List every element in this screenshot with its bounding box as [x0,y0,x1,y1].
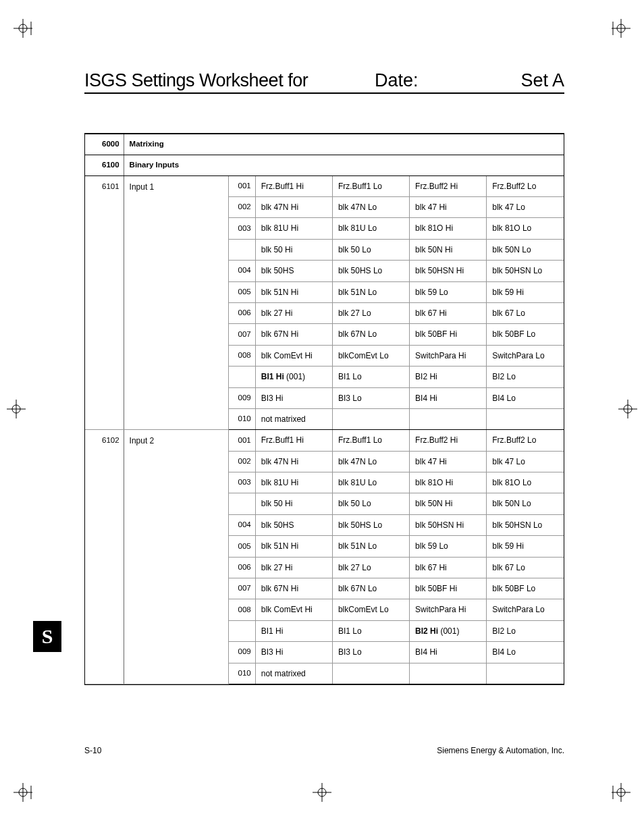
option-cell: blk 51N Hi [255,536,332,557]
option-cell: BI2 Lo [487,620,564,641]
option-cell [332,408,409,429]
option-cell: blk 50HS [255,514,332,535]
option-cell: BI4 Lo [487,387,564,408]
option-cell: blk 81O Hi [410,472,487,493]
sub-code: 010 [229,663,255,684]
option-cell: blk 50HSN Hi [410,514,487,535]
option-cell: blk 47N Hi [255,451,332,472]
option-cell: blk 50HS Lo [332,261,409,281]
option-cell: blk 50 Hi [255,493,332,514]
sub-code [229,620,255,641]
cropmark-icon [14,783,32,802]
option-cell: blk 50BF Hi [410,578,487,599]
option-cell: blk 47 Hi [410,451,487,472]
section-row: 6000Matrixing [85,134,564,155]
page-number: S-10 [84,746,101,755]
option-cell [487,408,564,429]
option-cell: blk 50N Hi [410,239,487,260]
option-cell: blk 67 Hi [410,557,487,578]
option-cell: BI1 Lo [332,367,409,387]
option-cell: blk 50HSN Lo [487,261,564,281]
section-code: 6000 [85,134,124,155]
option-cell: BI1 Lo [332,620,409,641]
company-name: Siemens Energy & Automation, Inc. [437,746,564,755]
option-cell: blk 81U Lo [332,218,409,239]
option-cell: blk 50 Hi [255,239,332,260]
option-cell [487,663,564,684]
row-code: 6101 [85,175,124,430]
option-cell: SwitchPara Hi [410,599,487,620]
sub-code: 002 [229,451,255,472]
option-cell: blk 50N Lo [487,493,564,514]
section-tab: S [33,621,61,652]
cropmark-icon [313,783,331,802]
option-cell: BI3 Lo [332,387,409,408]
option-cell: blk 81O Lo [487,472,564,493]
option-cell: Frz.Buff2 Hi [410,430,487,451]
option-cell: blk 50BF Lo [487,324,564,345]
page-footer: S-10 Siemens Energy & Automation, Inc. [84,746,564,755]
sub-code: 010 [229,408,255,429]
sub-code: 004 [229,261,255,281]
option-cell: Frz.Buff1 Lo [332,430,409,451]
sub-code: 001 [229,430,255,451]
sub-code: 005 [229,281,255,302]
option-cell: Frz.Buff1 Hi [255,430,332,451]
table-row: 6101Input 1001Frz.Buff1 HiFrz.Buff1 LoFr… [85,175,564,196]
option-cell: Frz.Buff2 Lo [487,175,564,196]
option-cell: blk 27 Hi [255,302,332,323]
row-name: Input 1 [124,175,229,430]
option-cell: blk 47 Lo [487,451,564,472]
option-cell: BI3 Hi [255,642,332,663]
option-cell [410,408,487,429]
option-cell: BI1 Hi [255,620,332,641]
cropmark-icon [618,400,637,418]
option-cell [332,663,409,684]
option-cell: blk 81O Hi [410,218,487,239]
sub-code: 002 [229,196,255,217]
option-cell: blk 67 Lo [487,302,564,323]
sub-code: 003 [229,218,255,239]
option-cell: blk 67 Lo [487,557,564,578]
option-cell: blk 59 Hi [487,281,564,302]
option-cell: blk 47 Lo [487,196,564,217]
page-header: ISGS Settings Worksheet for Date: Set A [84,70,564,94]
option-cell: Frz.Buff2 Lo [487,430,564,451]
page-title: ISGS Settings Worksheet for [84,70,375,91]
option-cell: blk 81O Lo [487,218,564,239]
option-cell: blk 47N Lo [332,196,409,217]
option-cell: blkComEvt Lo [332,599,409,620]
cropmark-icon [612,19,630,38]
option-cell: BI2 Hi (001) [410,620,487,641]
sub-code: 005 [229,536,255,557]
option-cell: Frz.Buff1 Lo [332,175,409,196]
sub-code: 009 [229,387,255,408]
sub-code: 008 [229,345,255,366]
option-cell: blk 47N Lo [332,451,409,472]
settings-table: 6000Matrixing6100Binary Inputs6101Input … [84,133,564,685]
option-cell: BI1 Hi (001) [255,367,332,387]
option-cell: blk 67N Lo [332,324,409,345]
option-cell: blk 50N Hi [410,493,487,514]
section-name: Binary Inputs [124,155,564,175]
option-cell: blk 27 Lo [332,557,409,578]
option-cell: not matrixed [255,663,332,684]
option-cell: BI3 Lo [332,642,409,663]
option-cell: blk 67N Hi [255,324,332,345]
sub-code [229,367,255,387]
sub-code: 004 [229,514,255,535]
sub-code: 006 [229,302,255,323]
sub-code: 003 [229,472,255,493]
option-cell: blk 50 Lo [332,493,409,514]
option-cell: blk 51N Hi [255,281,332,302]
option-cell: blk ComEvt Hi [255,599,332,620]
sub-code [229,239,255,260]
option-cell: blk 59 Hi [487,536,564,557]
option-cell: BI4 Hi [410,387,487,408]
sub-code: 006 [229,557,255,578]
sub-code: 007 [229,324,255,345]
row-name: Input 2 [124,430,229,684]
cropmark-icon [14,19,32,38]
sub-code: 007 [229,578,255,599]
option-cell: blk 67 Hi [410,302,487,323]
